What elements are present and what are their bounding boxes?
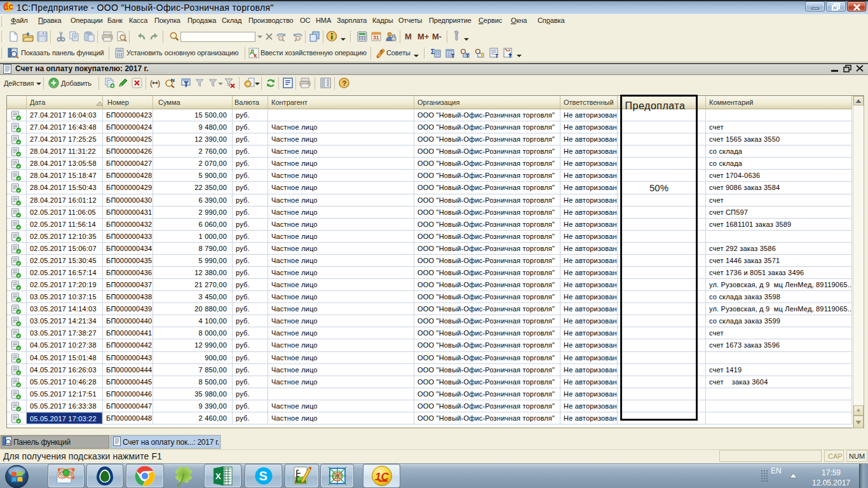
svg-text:?: ?	[342, 79, 346, 87]
svg-text:S: S	[259, 469, 267, 483]
svg-text:@: @	[332, 471, 342, 482]
svg-text:): )	[158, 79, 160, 88]
svg-text:T: T	[508, 53, 512, 58]
svg-text:31: 31	[373, 34, 379, 41]
svg-text:T: T	[495, 53, 499, 58]
svg-text:к: к	[254, 52, 257, 58]
svg-text:X: X	[215, 471, 221, 481]
svg-text:N: N	[171, 78, 175, 83]
svg-text:1С: 1С	[5, 4, 13, 11]
svg-text:Σ: Σ	[431, 48, 435, 55]
svg-text:T: T	[466, 53, 470, 58]
svg-text:(: (	[150, 79, 153, 88]
svg-text:?: ?	[379, 49, 383, 55]
svg-text:T: T	[451, 53, 455, 58]
